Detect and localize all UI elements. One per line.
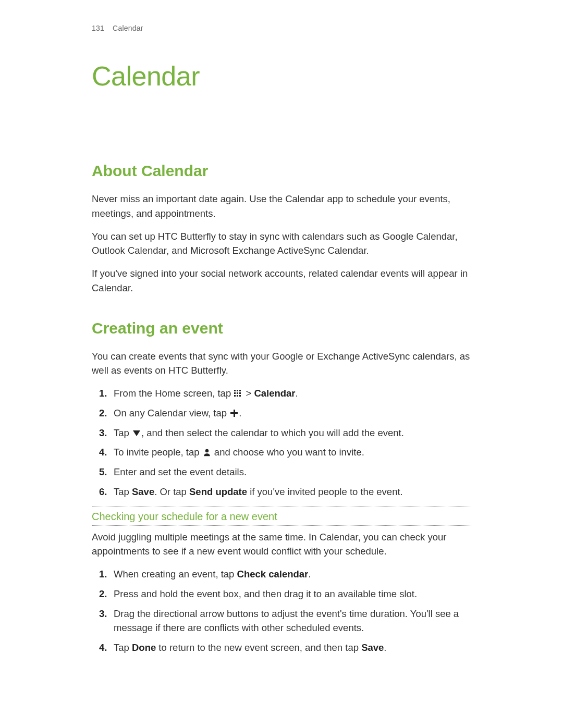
step-text: To invite people, tap [114,447,202,458]
page-number: 131 [92,23,111,34]
creating-step-1: From the Home screen, tap > Calendar. [92,386,471,401]
about-paragraph-3: If you've signed into your social networ… [92,266,471,295]
checking-step-4: Tap Done to return to the new event scre… [92,640,471,655]
creating-steps-list: From the Home screen, tap > Calendar. On… [92,386,471,499]
done-label: Done [132,642,156,653]
check-calendar-label: Check calendar [237,569,309,579]
chevron-down-icon [132,429,141,437]
person-icon [202,448,212,456]
step-text: . [296,388,298,399]
creating-intro: You can create events that sync with you… [92,349,471,378]
creating-step-5: Enter and set the event details. [92,465,471,479]
step-text: to return to the new event screen, and t… [156,642,361,653]
send-update-label: Send update [189,486,247,497]
creating-step-6: Tap Save. Or tap Send update if you've i… [92,485,471,499]
checking-step-1: When creating an event, tap Check calend… [92,567,471,582]
step-text: and choose who you want to invite. [214,447,364,458]
plus-icon [229,409,239,417]
creating-step-4: To invite people, tap and choose who you… [92,445,471,460]
checking-step-2: Press and hold the event box, and then d… [92,587,471,601]
about-paragraph-2: You can set up HTC Butterfly to stay in … [92,229,471,258]
page-header: 131 Calendar [92,23,471,34]
step-text: Tap [114,642,132,653]
step-text: On any Calendar view, tap [114,408,229,418]
checking-intro: Avoid juggling multiple meetings at the … [92,530,471,559]
step-text: if you've invited people to the event. [247,486,403,497]
step-text: Tap [114,486,132,497]
step-text: When creating an event, tap [114,569,237,579]
checking-heading: Checking your schedule for a new event [92,509,471,524]
svg-point-0 [205,449,209,452]
step-text: . Or tap [154,486,189,497]
step-text: . [384,642,386,653]
step-text: . [239,408,241,418]
creating-heading: Creating an event [92,316,471,340]
step-text: Tap [114,427,132,438]
apps-grid-icon [234,389,243,398]
creating-step-2: On any Calendar view, tap . [92,406,471,421]
calendar-app-label: Calendar [254,388,295,399]
step-text: . [308,569,311,579]
checking-steps-list: When creating an event, tap Check calend… [92,567,471,655]
checking-step-3: Drag the directional arrow buttons to ad… [92,607,471,636]
creating-step-3: Tap , and then select the calendar to wh… [92,426,471,440]
page-title: Calendar [92,56,471,96]
chapter-name: Calendar [113,24,143,32]
save-label: Save [132,486,154,497]
about-heading: About Calendar [92,159,471,182]
save-label: Save [361,642,384,653]
page-content: 131 Calendar Calendar About Calendar Nev… [0,0,563,702]
about-paragraph-1: Never miss an important date again. Use … [92,192,471,221]
step-text: , and then select the calendar to which … [141,427,404,438]
step-separator: > [246,388,254,399]
step-text: From the Home screen, tap [114,388,234,399]
subsection-separator: Checking your schedule for a new event [92,507,471,526]
